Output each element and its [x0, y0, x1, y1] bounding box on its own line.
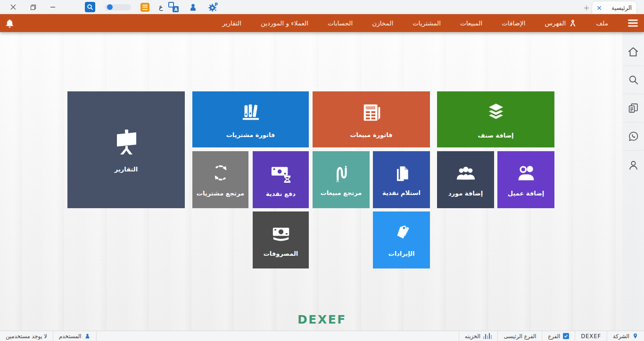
- search-icon[interactable]: [85, 2, 95, 12]
- tile-purchase-invoice[interactable]: فاتورة مشتريات: [192, 91, 309, 147]
- translate-icon[interactable]: A: [168, 2, 179, 12]
- cash-hourglass-icon: [271, 162, 291, 185]
- tile-add-customer[interactable]: إضافة عميل: [497, 151, 554, 208]
- settings-gear-icon[interactable]: [207, 1, 218, 13]
- person-icon[interactable]: [622, 151, 644, 179]
- layers-icon: [484, 100, 508, 127]
- tile-label: إضافة مورد: [448, 190, 483, 197]
- main-branch-label: الفرع الرئيسى: [504, 333, 536, 340]
- tile-label: التقارير: [115, 166, 138, 173]
- main-menubar: ملف الفهرس الإضافات المبيعات المشتريات ا…: [0, 14, 644, 32]
- location-pin-icon: [632, 333, 638, 339]
- ribbon-icon: [569, 19, 577, 27]
- tile-add-item[interactable]: إضافة صنف: [437, 91, 554, 147]
- tab-home[interactable]: الرئيسية: [592, 1, 636, 14]
- toggle-switch[interactable]: [105, 4, 131, 10]
- new-tab-plus-icon[interactable]: [581, 2, 592, 14]
- statusbar-treasury[interactable]: الخزينه: [459, 331, 498, 341]
- tile-cash-receipt[interactable]: استلام نقدية: [373, 151, 430, 208]
- menu-item-file[interactable]: ملف: [596, 19, 608, 27]
- treasury-label: الخزينه: [465, 333, 480, 340]
- squiggle-route-icon: [332, 163, 351, 184]
- menu-item-reports[interactable]: التقارير: [222, 19, 241, 27]
- checkbox-icon: [563, 333, 569, 339]
- tab-label: الرئيسية: [602, 4, 632, 11]
- window-controls: [0, 3, 63, 11]
- menu-item-label: الفهرس: [545, 19, 566, 27]
- bell-icon[interactable]: [5, 14, 15, 32]
- two-people-icon: [516, 163, 536, 185]
- refresh-arrows-icon: [211, 163, 231, 185]
- company-label: الشركة: [613, 333, 629, 340]
- tile-sales-returns[interactable]: مرتجع مبيعات: [313, 151, 370, 208]
- equalizer-icon: [483, 333, 492, 339]
- menu-items: ملف الفهرس الإضافات المبيعات المشتريات ا…: [0, 19, 644, 27]
- menu-hamburger[interactable]: [627, 19, 638, 27]
- tile-label: استلام نقدية: [382, 189, 421, 196]
- tile-sales-invoice[interactable]: فاتورة مبيعات: [313, 91, 430, 147]
- tile-label: إضافة عميل: [508, 190, 544, 197]
- statusbar-brand: DEXEF: [575, 331, 607, 341]
- tile-label: إضافة صنف: [478, 132, 513, 139]
- language-letter: ع: [159, 3, 163, 11]
- hamburger-icon: [627, 19, 638, 27]
- statusbar-main-branch: الفرع الرئيسى: [498, 331, 542, 341]
- tab-close-icon[interactable]: [597, 6, 602, 10]
- statusbar: لا يوجد مستخدمين المستخدم الخزينه الفرع …: [0, 331, 644, 341]
- tile-label: دفع نقدية: [266, 190, 296, 197]
- translate-front-square: A: [173, 6, 179, 12]
- menu-item-customers-suppliers[interactable]: العملاء و الموردين: [261, 19, 308, 27]
- menu-item-purchases[interactable]: المشتريات: [413, 19, 441, 27]
- people-group-icon: [456, 163, 476, 185]
- tile-label: المصروفات: [264, 250, 298, 257]
- tile-revenues[interactable]: الإيرادات: [373, 211, 430, 268]
- statusbar-user[interactable]: المستخدم: [53, 331, 96, 341]
- list-icon[interactable]: [140, 3, 149, 12]
- documents-icon: [392, 163, 411, 184]
- statusbar-right: الخزينه الفرع الرئيسى الفرع DEXEF الشركة: [459, 331, 644, 341]
- titlebar: ع A: [0, 0, 644, 14]
- banknotes-icon: [271, 223, 291, 245]
- menu-item-index[interactable]: الفهرس: [545, 19, 577, 27]
- presentation-easel-icon: [111, 127, 141, 159]
- right-sidebar: [622, 32, 644, 331]
- tab-strip: الرئيسية: [581, 0, 644, 14]
- close-icon[interactable]: [9, 3, 17, 11]
- user-label: المستخدم: [59, 333, 82, 340]
- tile-reports[interactable]: التقارير: [67, 91, 185, 208]
- toggle-knob: [107, 4, 113, 10]
- whatsapp-icon[interactable]: [622, 122, 644, 151]
- restore-icon[interactable]: [29, 3, 37, 11]
- dexef-logo: DEXEF: [0, 313, 644, 326]
- price-tag-icon: [392, 223, 412, 245]
- user-icon: [84, 333, 91, 339]
- minimize-icon[interactable]: [49, 3, 57, 11]
- tile-label: مرتجع مشتريات: [197, 190, 244, 197]
- invoice-icon: [360, 101, 383, 126]
- branch-label: الفرع: [548, 333, 560, 340]
- menu-item-warehouses[interactable]: المخازن: [372, 19, 393, 27]
- copy-documents-icon[interactable]: [622, 94, 644, 122]
- tile-cash-payment[interactable]: دفع نقدية: [253, 151, 309, 208]
- no-users-label: لا يوجد مستخدمين: [6, 333, 47, 340]
- tile-label: الإيرادات: [388, 250, 415, 257]
- statusbar-no-users: لا يوجد مستخدمين: [0, 331, 53, 341]
- menu-item-sales[interactable]: المبيعات: [460, 19, 482, 27]
- books-shelf-icon: [239, 101, 263, 126]
- user-icon[interactable]: [188, 2, 198, 12]
- tile-label: فاتورة مشتريات: [226, 131, 275, 138]
- search-icon[interactable]: [622, 66, 644, 94]
- main-area: التقارير فاتورة مشتريات: [0, 32, 644, 331]
- tile-label: مرتجع مبيعات: [321, 189, 362, 196]
- statusbar-company[interactable]: الشركة: [607, 331, 644, 341]
- home-icon[interactable]: [622, 38, 644, 66]
- tile-expenses[interactable]: المصروفات: [253, 211, 309, 268]
- tile-purchase-returns[interactable]: مرتجع مشتريات: [192, 151, 248, 208]
- tile-label: فاتورة مبيعات: [350, 131, 392, 138]
- tile-add-supplier[interactable]: إضافة مورد: [437, 151, 494, 208]
- quick-toolbar: ع A: [85, 1, 218, 13]
- brand-label: DEXEF: [581, 333, 601, 340]
- menu-item-accounts[interactable]: الحسابات: [328, 19, 353, 27]
- menu-item-addons[interactable]: الإضافات: [502, 19, 525, 27]
- statusbar-branch[interactable]: الفرع: [542, 331, 575, 341]
